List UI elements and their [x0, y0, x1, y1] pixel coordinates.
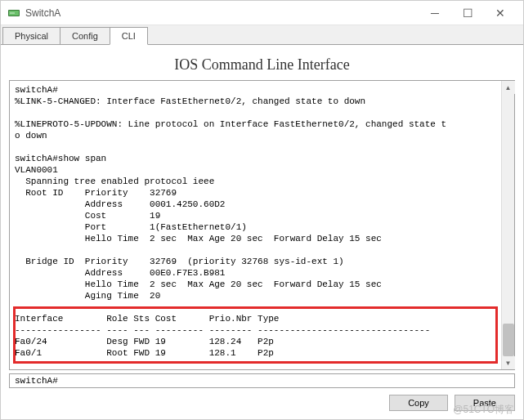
app-icon — [7, 7, 20, 20]
app-window: SwitchA ─ ☐ ✕ Physical Config CLI IOS Co… — [0, 0, 524, 420]
tab-bar: Physical Config CLI — [1, 25, 523, 45]
window-title: SwitchA — [25, 7, 419, 19]
close-button[interactable]: ✕ — [484, 2, 517, 25]
maximize-button[interactable]: ☐ — [451, 2, 484, 25]
svg-point-3 — [11, 12, 12, 13]
cli-prompt-input[interactable]: switchA# — [9, 373, 515, 388]
tab-physical[interactable]: Physical — [2, 27, 60, 44]
scrollbar: ▲ ▼ — [501, 81, 514, 369]
svg-point-4 — [13, 12, 14, 13]
minimize-button[interactable]: ─ — [419, 2, 451, 25]
content-area: IOS Command Line Interface switchA# %LIN… — [1, 45, 523, 419]
scroll-thumb[interactable] — [503, 324, 514, 356]
window-controls: ─ ☐ ✕ — [419, 2, 517, 25]
scroll-track[interactable] — [502, 94, 514, 356]
tab-config[interactable]: Config — [60, 27, 110, 44]
scroll-up-button[interactable]: ▲ — [502, 81, 515, 94]
cli-heading: IOS Command Line Interface — [9, 56, 515, 74]
scroll-down-button[interactable]: ▼ — [502, 356, 515, 369]
copy-button[interactable]: Copy — [389, 395, 448, 411]
tab-cli[interactable]: CLI — [110, 27, 148, 45]
terminal-text: switchA# %LINK-5-CHANGED: Interface Fast… — [15, 85, 446, 358]
svg-point-2 — [10, 12, 11, 13]
terminal-container: switchA# %LINK-5-CHANGED: Interface Fast… — [9, 80, 515, 370]
terminal-output[interactable]: switchA# %LINK-5-CHANGED: Interface Fast… — [10, 81, 501, 369]
titlebar: SwitchA ─ ☐ ✕ — [1, 1, 523, 25]
cli-prompt-text: switchA# — [15, 376, 58, 386]
paste-button[interactable]: Paste — [455, 395, 515, 411]
button-row: Copy Paste — [9, 395, 515, 411]
